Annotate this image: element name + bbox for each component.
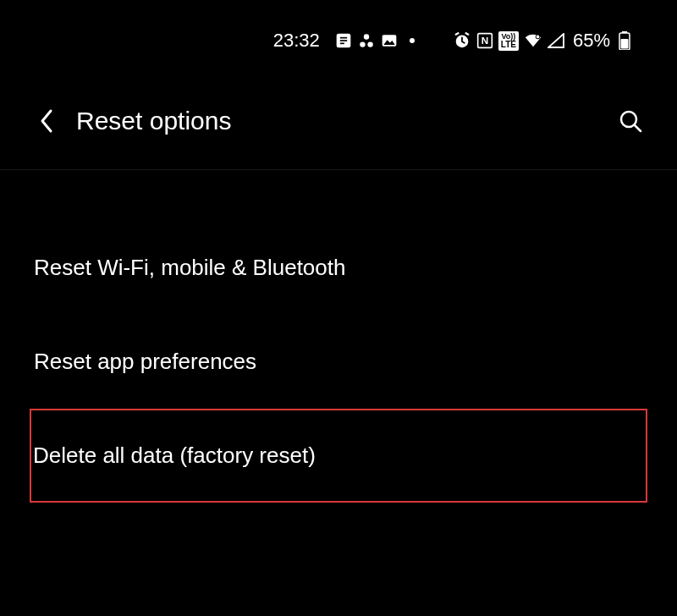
status-time: 23:32	[273, 30, 320, 52]
svg-point-6	[367, 41, 372, 47]
options-list: Reset Wi-Fi, mobile & Bluetooth Reset ap…	[0, 170, 677, 503]
battery-percent: 65%	[573, 30, 610, 52]
svg-point-4	[364, 34, 369, 39]
volte-icon: Vo)) LTE	[498, 31, 519, 51]
option-label: Reset Wi-Fi, mobile & Bluetooth	[34, 255, 345, 280]
svg-point-15	[537, 36, 540, 39]
svg-line-10	[455, 33, 458, 34]
page-title: Reset options	[76, 107, 618, 135]
page-header: Reset options	[0, 64, 677, 170]
dots-icon	[357, 31, 376, 50]
svg-line-11	[465, 33, 468, 34]
status-bar: 23:32 N	[0, 0, 677, 64]
svg-line-20	[635, 125, 641, 131]
option-reset-wifi-mobile-bluetooth[interactable]: Reset Wi-Fi, mobile & Bluetooth	[0, 221, 677, 315]
image-icon	[381, 32, 398, 49]
svg-point-5	[360, 41, 365, 47]
alarm-icon	[453, 31, 471, 50]
wifi-icon	[524, 32, 542, 49]
svg-text:N: N	[482, 35, 488, 46]
option-delete-all-data-factory-reset[interactable]: Delete all data (factory reset)	[30, 409, 647, 503]
dot-icon	[410, 38, 415, 43]
notification-icon	[335, 32, 352, 49]
option-label: Reset app preferences	[34, 349, 256, 374]
search-button[interactable]	[618, 108, 643, 134]
nfc-icon: N	[476, 32, 493, 49]
option-label: Delete all data (factory reset)	[33, 443, 316, 468]
option-reset-app-preferences[interactable]: Reset app preferences	[0, 315, 677, 409]
svg-rect-18	[621, 39, 629, 49]
signal-icon	[548, 33, 564, 48]
back-button[interactable]	[30, 108, 63, 134]
battery-icon	[619, 31, 630, 50]
